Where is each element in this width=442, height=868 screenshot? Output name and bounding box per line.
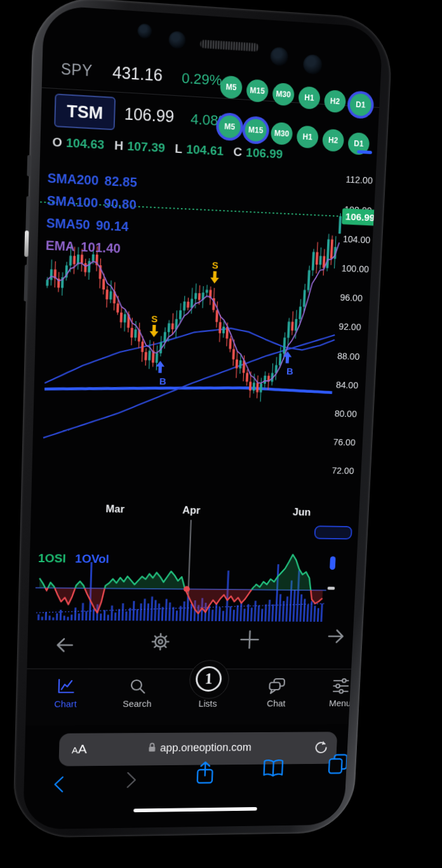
tsm-symbol-box[interactable]: TSM <box>54 93 116 130</box>
tsm-timeframe-row: M5 M15 M30 H1 H2 D1 <box>371 107 373 148</box>
chevron-left-icon <box>50 772 67 796</box>
pane-scroll-handle[interactable] <box>330 556 336 570</box>
ema-label: EMA101.40 <box>45 238 141 264</box>
gear-icon <box>146 628 175 655</box>
safari-forward-button[interactable] <box>123 768 140 794</box>
tsm-timeframe-h1[interactable]: H1 <box>297 125 319 148</box>
spy-change-pct: 0.29% <box>182 70 222 89</box>
svg-text:S: S <box>151 313 158 324</box>
indicator-labels: 1OSI 1OVol <box>38 551 115 566</box>
line-chart-icon <box>57 678 76 695</box>
tsm-timeframe-m15[interactable]: M15 <box>244 119 267 142</box>
spy-price: 431.16 <box>112 63 163 85</box>
phone-screen: SPY 431.16 0.29% M5 M15 M30 H1 H2 D1 TSM… <box>23 5 383 830</box>
svg-text:96.00: 96.00 <box>340 293 363 303</box>
ma-overlay-labels: SMA20082.85 SMA10090.80 SMA5090.14 EMA10… <box>45 171 143 265</box>
safari-tabs-button[interactable] <box>326 752 351 777</box>
front-sensor-icon <box>137 23 152 39</box>
pane-divider-dash[interactable] <box>328 587 335 590</box>
svg-text:112.00: 112.00 <box>345 174 373 186</box>
svg-text:100.00: 100.00 <box>341 263 369 275</box>
tsm-timeframe-h2[interactable]: H2 <box>322 129 344 152</box>
app-tab-bar: Chart Search Lists Chat <box>25 669 351 726</box>
svg-text:80.00: 80.00 <box>335 409 358 419</box>
svg-text:S: S <box>212 260 219 270</box>
sliders-menu-icon <box>332 678 351 694</box>
chat-bubbles-icon <box>267 678 286 695</box>
silent-switch <box>27 155 30 176</box>
osi-indicator-label: 1OSI <box>38 551 66 565</box>
tsm-timeframe-m30[interactable]: M30 <box>271 122 293 145</box>
volume-down-button <box>24 265 29 301</box>
spy-symbol[interactable]: SPY <box>61 60 93 81</box>
pane-resize-pill[interactable] <box>314 525 352 539</box>
tab-search[interactable]: Search <box>108 669 167 725</box>
svg-text:84.00: 84.00 <box>336 380 359 391</box>
open-book-icon <box>261 757 286 780</box>
plus-icon <box>236 626 264 653</box>
search-icon <box>129 678 147 695</box>
lock-icon <box>147 742 156 752</box>
tabs-icon <box>326 752 351 776</box>
svg-text:72.00: 72.00 <box>332 466 354 476</box>
spy-timeframe-row: M5 M15 M30 H1 H2 D1 <box>373 70 375 107</box>
chart-settings-button[interactable] <box>146 628 175 655</box>
tab-chart[interactable]: Chart <box>36 669 95 726</box>
right-arrow-icon <box>322 623 350 650</box>
spy-timeframe-m5[interactable]: M5 <box>220 76 243 99</box>
share-icon <box>194 760 217 787</box>
volume-up-button <box>25 196 30 233</box>
left-arrow-icon <box>50 631 79 659</box>
ovol-indicator-label: 1OVol <box>75 552 109 565</box>
chart-nav-toolbar <box>27 624 354 661</box>
safari-bookmarks-button[interactable] <box>260 757 286 782</box>
svg-text:Apr: Apr <box>182 504 201 516</box>
ir-camera-icon <box>270 47 288 67</box>
chart-back-button[interactable] <box>50 631 79 659</box>
tab-chat[interactable]: Chat <box>247 669 305 725</box>
svg-text:B: B <box>159 376 166 386</box>
url-text: app.oneoption.com <box>160 741 251 754</box>
svg-text:Mar: Mar <box>105 503 124 515</box>
address-field[interactable]: app.oneoption.com <box>59 740 337 755</box>
phone-frame: SPY 431.16 0.29% M5 M15 M30 H1 H2 D1 TSM… <box>13 0 394 838</box>
front-camera-icon <box>168 30 186 49</box>
phone-mockup: SPY 431.16 0.29% M5 M15 M30 H1 H2 D1 TSM… <box>13 0 394 838</box>
svg-text:106.99: 106.99 <box>345 211 375 223</box>
safari-share-button[interactable] <box>194 760 217 789</box>
chart-add-button[interactable] <box>236 626 264 653</box>
svg-text:92.00: 92.00 <box>338 322 361 332</box>
chart-forward-button[interactable] <box>322 623 350 650</box>
earpiece-speaker <box>199 39 259 52</box>
svg-text:76.00: 76.00 <box>333 437 356 447</box>
tsm-timeframe-m5[interactable]: M5 <box>218 115 241 138</box>
home-indicator[interactable] <box>133 807 257 812</box>
svg-text:B: B <box>286 366 293 377</box>
safari-back-button[interactable] <box>50 772 67 798</box>
tsm-price: 106.99 <box>124 104 174 126</box>
chevron-right-icon <box>123 768 140 792</box>
svg-text:104.00: 104.00 <box>343 234 371 246</box>
tab-menu[interactable]: Menu <box>311 669 369 725</box>
svg-text:Jun: Jun <box>293 506 311 518</box>
frame-highlight <box>24 230 29 257</box>
svg-text:88.00: 88.00 <box>337 351 360 362</box>
